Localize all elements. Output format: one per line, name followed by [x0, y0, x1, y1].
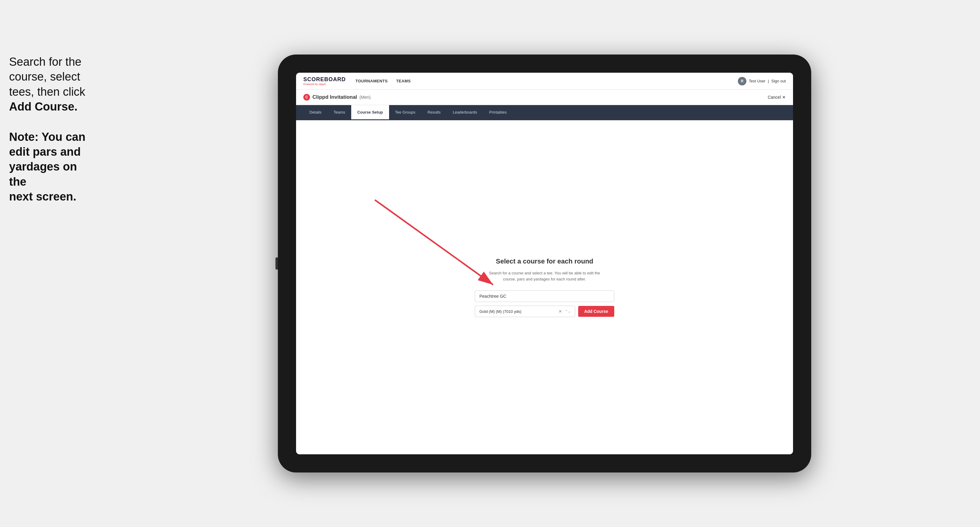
tournament-header: C Clippd Invitational (Men) Cancel ✕: [296, 90, 793, 105]
user-avatar: R: [738, 77, 746, 86]
tee-value: Gold (M) (M) (7010 yds): [479, 309, 522, 314]
tab-printables[interactable]: Printables: [483, 105, 513, 120]
logo-title: SCOREBOARD: [303, 76, 346, 83]
user-name: Test User: [749, 79, 765, 83]
nav-right: R Test User | Sign out: [738, 77, 786, 86]
tee-clear-button[interactable]: ✕: [557, 309, 563, 314]
tab-details[interactable]: Details: [303, 105, 328, 120]
nav-separator: |: [768, 79, 769, 83]
tab-results[interactable]: Results: [422, 105, 447, 120]
tablet-side-button: [275, 257, 278, 270]
instruction-text: Search for the course, select tees, then…: [9, 54, 97, 114]
tab-bar: Details Teams Course Setup Tee Groups Re…: [296, 105, 793, 120]
top-navigation: SCOREBOARD Powered by clippd TOURNAMENTS…: [296, 73, 793, 90]
tee-arrows-icon: ⌃⌄: [565, 310, 571, 313]
cancel-button[interactable]: Cancel ✕: [768, 95, 786, 100]
tournament-icon: C: [303, 94, 310, 100]
course-search-input[interactable]: [475, 290, 614, 302]
course-select-card: Select a course for each round Search fo…: [475, 257, 614, 317]
note-text: Note: You can edit pars and yardages on …: [9, 130, 97, 205]
tab-course-setup[interactable]: Course Setup: [351, 105, 389, 120]
tournament-type: (Men): [360, 95, 371, 100]
nav-teams[interactable]: TEAMS: [396, 78, 410, 84]
card-description: Search for a course and select a tee. Yo…: [475, 270, 614, 282]
add-course-button[interactable]: Add Course: [578, 306, 614, 317]
tablet-screen: SCOREBOARD Powered by clippd TOURNAMENTS…: [296, 73, 793, 454]
instructions-panel: Search for the course, select tees, then…: [9, 54, 97, 205]
logo-area: SCOREBOARD Powered by clippd: [303, 76, 346, 86]
tee-select-row: Gold (M) (M) (7010 yds) ✕ ⌃⌄ Add Course: [475, 306, 614, 317]
tab-tee-groups[interactable]: Tee Groups: [389, 105, 422, 120]
card-title: Select a course for each round: [475, 257, 614, 265]
tab-leaderboards[interactable]: Leaderboards: [447, 105, 483, 120]
course-search-wrapper: [475, 290, 614, 302]
sign-out-link[interactable]: Sign out: [771, 79, 786, 83]
logo-subtitle: Powered by clippd: [303, 83, 346, 86]
tee-select-display[interactable]: Gold (M) (M) (7010 yds) ✕ ⌃⌄: [475, 306, 575, 317]
main-content: Select a course for each round Search fo…: [296, 120, 793, 454]
tablet-device: SCOREBOARD Powered by clippd TOURNAMENTS…: [278, 54, 811, 473]
tournament-title: C Clippd Invitational (Men): [303, 94, 371, 100]
tab-teams[interactable]: Teams: [328, 105, 351, 120]
tournament-name: Clippd Invitational: [312, 94, 357, 100]
nav-links: TOURNAMENTS TEAMS: [355, 78, 738, 84]
nav-tournaments[interactable]: TOURNAMENTS: [355, 78, 388, 84]
